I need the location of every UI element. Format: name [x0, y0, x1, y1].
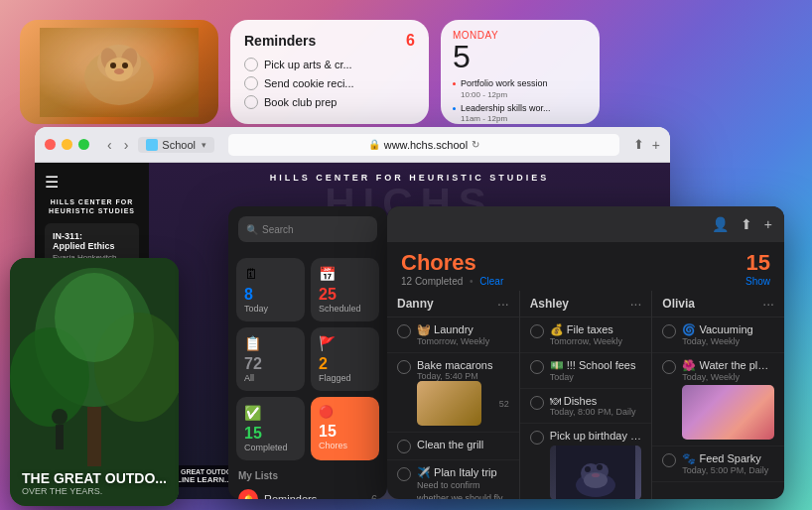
- task-meta-sparky: Today, 5:00 PM, Daily: [682, 465, 774, 475]
- dog-svg: [556, 446, 635, 499]
- olivia-column: Olivia ··· 🌀 Vacuuming Today, Weekly 🌺 W: [652, 291, 784, 499]
- dog-photo: [40, 28, 199, 117]
- scheduled-count: 25: [319, 286, 371, 304]
- completed-count-label: 12 Completed: [401, 276, 463, 287]
- chores-header: Chores 12 Completed • Clear 15 Show: [387, 242, 784, 291]
- task-check-vacuuming[interactable]: [662, 324, 676, 338]
- course-code: IN-311:: [53, 231, 131, 241]
- calendar-date: 5: [453, 41, 588, 72]
- macaron-image: [417, 381, 481, 426]
- task-meta-fees: Today: [550, 372, 642, 382]
- task-laundry: 🧺 Laundry Tomorrow, Weekly: [387, 318, 519, 353]
- minimize-button[interactable]: [62, 139, 72, 150]
- task-info-taxes: 💰 File taxes Tomorrow, Weekly: [550, 323, 642, 346]
- ashley-more-icon[interactable]: ···: [630, 296, 642, 312]
- person-icon[interactable]: 👤: [712, 216, 729, 232]
- fullscreen-button[interactable]: [78, 139, 89, 150]
- today-icon: 🗓: [244, 266, 297, 282]
- task-name-taxes: 💰 File taxes: [550, 323, 642, 336]
- task-note-italy: Need to confirm whether we should fly to…: [417, 479, 509, 499]
- task-taxes: 💰 File taxes Tomorrow, Weekly: [520, 318, 652, 353]
- svg-point-6: [110, 63, 116, 68]
- hamburger-icon[interactable]: ☰: [45, 173, 139, 191]
- danny-name: Danny: [397, 297, 434, 311]
- today-card[interactable]: 🗓 8 Today: [236, 258, 305, 321]
- reminders-widget-count: 6: [406, 32, 415, 50]
- forward-button[interactable]: ›: [120, 135, 133, 155]
- reminders-widget: Reminders 6 Pick up arts & cr... Send co…: [230, 20, 429, 124]
- task-grill: Clean the grill: [387, 433, 519, 460]
- svg-point-18: [52, 409, 68, 425]
- task-check-dishes[interactable]: [530, 396, 544, 410]
- task-check-macarons[interactable]: [397, 360, 411, 374]
- task-name-vacuuming: 🌀 Vacuuming: [682, 323, 774, 336]
- danny-tasks: 🧺 Laundry Tomorrow, Weekly Bake macarons…: [387, 318, 519, 499]
- chores-label: Chores: [319, 441, 371, 450]
- task-meta-laundry: Tomorrow, Weekly: [417, 336, 509, 346]
- scheduled-card[interactable]: 📅 25 Scheduled: [311, 258, 379, 321]
- url-bar[interactable]: 🔒 www.hchs.school ↻: [228, 134, 619, 156]
- ashley-tasks: 💰 File taxes Tomorrow, Weekly 💵 !!! Scho…: [520, 318, 652, 499]
- reminders-list-icon: 🔔: [238, 489, 258, 499]
- clear-button[interactable]: Clear: [479, 276, 503, 287]
- task-name-dishes: 🍽 Dishes: [550, 395, 642, 407]
- olivia-header: Olivia ···: [652, 291, 784, 318]
- reminder-item-3: Book club prep: [244, 95, 415, 109]
- flagged-card[interactable]: 🚩 2 Flagged: [311, 327, 379, 391]
- task-image-row: 52: [417, 381, 509, 426]
- reminders-app: 🔍 Search 🗓 8 Today 📅 25 Scheduled 📋 72 A…: [228, 206, 387, 499]
- chores-meta: 12 Completed • Clear: [401, 276, 503, 287]
- cal-event-text-1: Portfolio work session: [461, 78, 548, 90]
- flagged-label: Flagged: [319, 373, 371, 383]
- add-icon[interactable]: +: [764, 216, 772, 232]
- task-check-laundry[interactable]: [397, 324, 411, 338]
- olivia-more-icon[interactable]: ···: [762, 296, 774, 312]
- task-feed-sparky: 🐾 Feed Sparky Today, 5:00 PM, Daily: [652, 446, 784, 482]
- svg-rect-16: [87, 407, 101, 466]
- task-check-plants[interactable]: [662, 360, 676, 374]
- task-check-fees[interactable]: [530, 360, 544, 374]
- share-icon[interactable]: ⬆: [741, 216, 752, 232]
- ashley-header: Ashley ···: [520, 291, 652, 318]
- svg-point-8: [114, 68, 124, 74]
- today-count: 8: [244, 286, 297, 304]
- task-info-macarons: Bake macarons Today, 5:40 PM 52: [417, 359, 509, 426]
- search-bar[interactable]: 🔍 Search: [238, 216, 377, 242]
- task-check-grill[interactable]: [397, 440, 411, 453]
- all-card[interactable]: 📋 72 All: [236, 327, 305, 391]
- add-tab-icon[interactable]: +: [652, 137, 660, 153]
- task-check-italy[interactable]: [397, 467, 411, 481]
- reminders-list-name: Reminders: [264, 493, 365, 499]
- tab-dropdown-icon[interactable]: ▾: [202, 140, 206, 150]
- chores-card[interactable]: 🔴 15 Chores: [311, 397, 379, 460]
- completed-count: 15: [244, 425, 297, 443]
- task-check-cake[interactable]: [530, 431, 544, 445]
- calendar-widget: Monday 5 Portfolio work session 10:00 - …: [441, 20, 600, 124]
- completed-label: Completed: [244, 443, 297, 452]
- school-tab[interactable]: School ▾: [138, 137, 214, 153]
- chores-total: 15: [745, 250, 770, 276]
- task-check-sparky[interactable]: [662, 453, 676, 467]
- photo-widget: [20, 20, 218, 124]
- tab-label: School: [162, 139, 196, 151]
- close-button[interactable]: [45, 139, 56, 150]
- task-name-italy: ✈️ Plan Italy trip: [417, 466, 509, 479]
- task-name-fees: 💵 !!! School fees: [550, 359, 642, 372]
- cal-event-text-2: Leadership skills wor...: [461, 103, 551, 115]
- reminders-widget-title: Reminders: [244, 33, 316, 49]
- task-cake: Pick up birthday cake for 🐾 Sparky: [520, 424, 652, 499]
- task-meta-taxes: Tomorrow, Weekly: [550, 336, 642, 346]
- scheduled-label: Scheduled: [319, 304, 371, 314]
- completed-card[interactable]: ✅ 15 Completed: [236, 397, 305, 460]
- list-item-reminders[interactable]: 🔔 Reminders 6: [228, 483, 387, 499]
- share-icon[interactable]: ⬆: [633, 137, 644, 152]
- back-button[interactable]: ‹: [103, 135, 116, 155]
- completed-icon: ✅: [244, 405, 297, 421]
- reload-icon[interactable]: ↻: [472, 139, 479, 150]
- url-text: www.hchs.school: [384, 139, 468, 151]
- task-info-sparky: 🐾 Feed Sparky Today, 5:00 PM, Daily: [682, 452, 774, 475]
- danny-more-icon[interactable]: ···: [497, 296, 509, 312]
- task-check-taxes[interactable]: [530, 324, 544, 338]
- outdoor-title: THE GREAT OUTDO...: [22, 470, 167, 486]
- show-button[interactable]: Show: [745, 276, 770, 287]
